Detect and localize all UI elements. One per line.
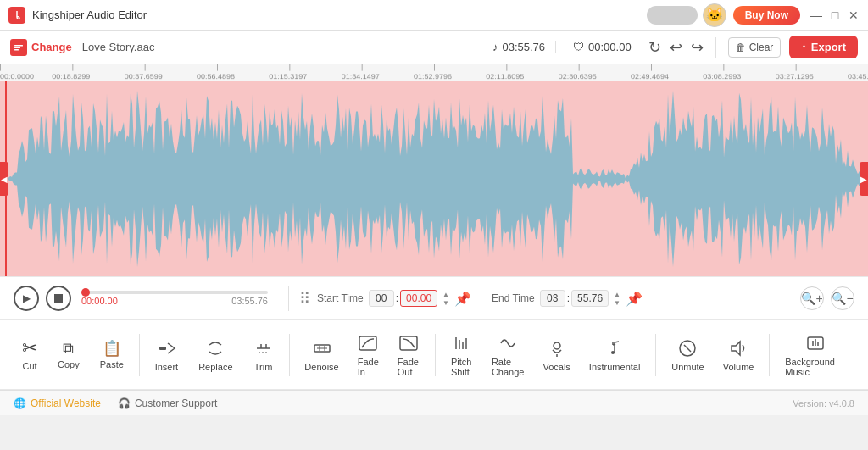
denoise-icon [312, 338, 332, 358]
buy-now-button[interactable]: Buy Now [733, 6, 800, 25]
refresh-button[interactable]: ↻ [648, 38, 661, 57]
svg-marker-23 [732, 342, 740, 355]
insert-tool[interactable]: Insert [147, 333, 187, 377]
current-time: 00:00.00 [81, 296, 118, 306]
pitch-shift-tool[interactable]: Pitch Shift [442, 328, 481, 382]
time-display-box: 🛡 00:00.00 [563, 41, 642, 53]
file-name: Love Story.aac [82, 41, 155, 53]
start-minutes: 00 [369, 290, 394, 307]
clear-button[interactable]: 🗑 Clear [728, 37, 782, 58]
effects-tools-group: Denoise Fade In Fade Out [296, 328, 428, 382]
instrumental-icon [604, 338, 625, 358]
unmute-tool[interactable]: Unmute [663, 333, 713, 377]
official-website-link[interactable]: 🌐 Official Website [14, 397, 101, 409]
export-button[interactable]: ↑ Export [789, 36, 858, 58]
fade-out-tool[interactable]: Fade Out [389, 328, 428, 382]
end-minutes: 03 [540, 290, 565, 307]
scroll-left-button[interactable]: ◀ [0, 162, 8, 196]
duration-icon: ♪ [492, 41, 498, 53]
svg-point-14 [554, 342, 560, 349]
background-music-tool[interactable]: Background Music [776, 328, 854, 382]
end-time-adjust[interactable]: ▲ ▼ [614, 291, 620, 307]
toolbar: Change Love Story.aac ♪ 03:55.76 🛡 00:00… [0, 31, 868, 64]
tools-divider-4 [655, 334, 656, 376]
stop-button[interactable] [46, 286, 71, 311]
end-time-value: 03 : 55.76 [540, 290, 609, 307]
pitch-shift-icon [452, 333, 472, 353]
denoise-label: Denoise [304, 362, 338, 372]
timeline-ruler [0, 64, 868, 81]
vocals-tool[interactable]: Vocals [534, 333, 578, 377]
minimize-button[interactable]: — [810, 9, 822, 21]
denoise-tool[interactable]: Denoise [296, 333, 347, 377]
tools-divider-5 [769, 334, 770, 376]
volume-tools-group: Unmute Volume [663, 333, 762, 377]
status-bar: 🌐 Official Website 🎧 Customer Support Ve… [0, 390, 868, 415]
redo-button[interactable]: ↪ [691, 38, 704, 57]
start-time-value: 00 : 00.00 [369, 290, 437, 307]
end-time-section: End Time 03 : 55.76 ▲ ▼ 📌 [492, 290, 643, 307]
waveform-container[interactable]: ◀ ▶ [0, 81, 868, 276]
shield-icon: 🛡 [573, 41, 584, 53]
copy-tool[interactable]: ⧉ Copy [49, 336, 88, 375]
svg-rect-1 [14, 47, 20, 48]
zoom-in-button[interactable]: 🔍+ [800, 286, 824, 310]
replace-label: Replace [198, 362, 232, 372]
change-button[interactable]: Change [10, 39, 72, 56]
copy-icon: ⧉ [63, 341, 74, 356]
pitch-shift-label: Pitch Shift [451, 357, 473, 377]
background-music-icon [805, 333, 826, 353]
version-text: Version: v4.0.8 [793, 398, 854, 408]
trim-label: Trim [254, 362, 273, 372]
toolbar-divider [715, 37, 716, 58]
undo-button[interactable]: ↩ [670, 38, 682, 57]
waveform-svg [0, 81, 868, 276]
volume-icon [728, 338, 748, 358]
current-time-value: 00:00.00 [588, 41, 632, 53]
paste-tool[interactable]: 📋 Paste [92, 336, 132, 375]
progress-thumb [81, 288, 90, 297]
tools-divider-2 [289, 334, 290, 376]
scroll-right-button[interactable]: ▶ [860, 162, 868, 196]
pin-icon: 📌 [454, 291, 471, 307]
cut-label: Cut [22, 361, 36, 371]
replace-tool[interactable]: Replace [190, 333, 241, 377]
maximize-button[interactable]: □ [829, 9, 841, 21]
close-button[interactable]: ✕ [848, 9, 860, 21]
fade-out-label: Fade Out [398, 357, 420, 377]
fade-in-tool[interactable]: Fade In [349, 328, 387, 382]
start-time-section: Start Time 00 : 00.00 ▲ ▼ 📌 [317, 290, 471, 307]
trim-tool[interactable]: Trim [245, 333, 282, 377]
trash-icon: 🗑 [736, 42, 746, 53]
customer-support-label: Customer Support [135, 397, 217, 409]
change-label: Change [31, 41, 72, 53]
title-bar: Kingshiper Audio Editor 🐱 Buy Now — □ ✕ [0, 0, 868, 31]
volume-tool[interactable]: Volume [715, 333, 763, 377]
progress-area[interactable]: 00:00.00 03:55.76 [81, 291, 268, 306]
window-controls: — □ ✕ [810, 9, 860, 21]
vocals-icon [547, 338, 567, 358]
headset-icon: 🎧 [118, 397, 131, 409]
cut-icon: ✂ [22, 339, 37, 358]
cut-tool[interactable]: ✂ Cut [14, 334, 46, 376]
instrumental-tool[interactable]: Instrumental [581, 333, 649, 377]
upload-icon: ↑ [801, 41, 807, 53]
zoom-out-button[interactable]: 🔍− [831, 286, 854, 310]
customer-support-link[interactable]: 🎧 Customer Support [118, 397, 217, 409]
instrumental-label: Instrumental [589, 362, 641, 372]
rate-change-tool[interactable]: Rate Change [483, 328, 533, 382]
globe-icon: 🌐 [14, 397, 26, 409]
play-button[interactable]: ▶ [14, 286, 39, 311]
start-time-adjust[interactable]: ▲ ▼ [442, 291, 449, 307]
paste-icon: 📋 [103, 341, 121, 356]
edit-tools-group: Insert Replace Trim [147, 333, 282, 377]
unmute-icon [677, 338, 698, 358]
svg-rect-3 [159, 347, 166, 350]
svg-rect-2 [14, 49, 19, 51]
tools-divider-1 [139, 334, 140, 376]
svg-line-20 [613, 344, 615, 345]
progress-bar[interactable] [81, 291, 268, 294]
user-avatar [647, 6, 698, 25]
vocals-label: Vocals [542, 362, 570, 372]
pet-icon: 🐱 [703, 3, 726, 27]
